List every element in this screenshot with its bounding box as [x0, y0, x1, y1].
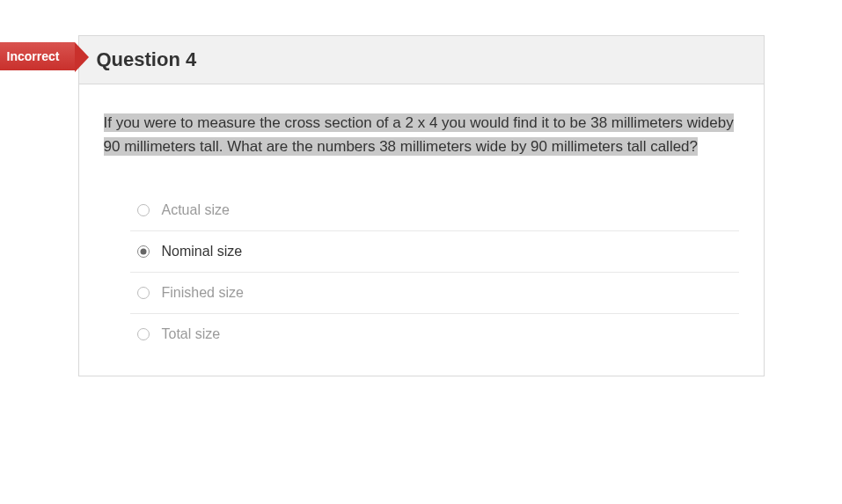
option-total-size[interactable]: Total size	[130, 314, 739, 354]
options-list: Actual size Nominal size Finished size T…	[104, 190, 739, 354]
option-finished-size[interactable]: Finished size	[130, 273, 739, 314]
radio-icon	[137, 204, 150, 216]
question-header: Question 4	[78, 35, 765, 84]
option-label: Finished size	[162, 285, 244, 301]
option-actual-size[interactable]: Actual size	[130, 190, 739, 231]
option-label: Actual size	[162, 202, 230, 218]
option-label: Total size	[162, 326, 221, 342]
radio-icon	[137, 328, 150, 340]
question-card: Incorrect Question 4 If you were to meas…	[78, 35, 765, 376]
question-text: If you were to measure the cross section…	[104, 111, 739, 158]
radio-icon	[137, 245, 150, 258]
radio-icon	[137, 287, 150, 299]
question-text-highlight: If you were to measure the cross section…	[104, 113, 734, 156]
option-nominal-size[interactable]: Nominal size	[130, 231, 739, 273]
status-badge: Incorrect	[0, 42, 75, 70]
option-label: Nominal size	[162, 244, 243, 259]
question-body: If you were to measure the cross section…	[78, 84, 765, 376]
question-title: Question 4	[97, 48, 746, 71]
